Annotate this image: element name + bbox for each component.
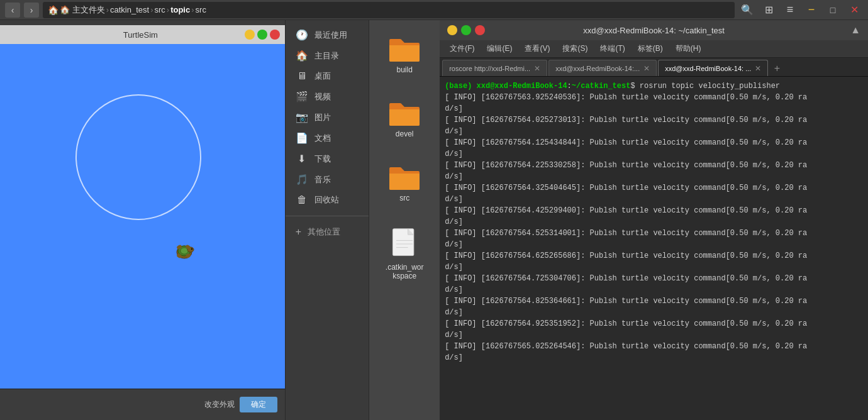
tab-close-1[interactable]: ✕	[643, 64, 650, 73]
music-icon: 🎵	[296, 174, 308, 185]
turtle-path-circle	[75, 94, 201, 220]
menu-help[interactable]: 帮助(H)	[670, 42, 706, 55]
terminal-menubar: 文件(F) 编辑(E) 查看(V) 搜索(S) 终端(T) 标签(B) 帮助(H…	[440, 40, 868, 58]
turtlesim-close-button[interactable]	[270, 30, 280, 40]
breadcrumb-sep4: ›	[191, 5, 194, 14]
log-line-5: d/s]	[445, 148, 863, 160]
sidebar-label-videos: 视频	[314, 91, 331, 102]
menu-view[interactable]: 查看(V)	[520, 42, 555, 55]
sidebar-item-videos[interactable]: 🎬 视频	[286, 87, 369, 106]
svg-point-2	[181, 248, 188, 254]
terminal-tab-0[interactable]: roscore http://xxd-Redmi... ✕	[442, 60, 547, 76]
turtlesim-confirm-button[interactable]: 确定	[240, 397, 277, 412]
file-item-catkin-workspace[interactable]: .catkin_workspace	[379, 223, 430, 285]
breadcrumb-topic[interactable]: topic	[170, 5, 190, 14]
window-close-button[interactable]: ✕	[845, 1, 863, 19]
sidebar-item-trash[interactable]: 🗑 回收站	[286, 191, 369, 209]
log-line-8: [ INFO] [1626767564.325404645]: Publsh t…	[445, 182, 863, 194]
log-line-0: [ INFO] [1626767563.925240536]: Publsh t…	[445, 92, 863, 103]
breadcrumb-src2[interactable]: src	[196, 5, 206, 14]
sidebar-item-home[interactable]: 🏠 主目录	[286, 46, 369, 65]
sidebar-label-music: 音乐	[314, 174, 331, 185]
turtlesim-title: TurtleSim	[36, 30, 245, 40]
menu-search[interactable]: 搜索(S)	[557, 42, 593, 55]
log-line-4: [ INFO] [1626767564.125434844]: Publsh t…	[445, 137, 863, 148]
nav-back-button[interactable]: ‹	[5, 3, 20, 18]
terminal-close-button[interactable]	[475, 25, 485, 35]
tab-close-0[interactable]: ✕	[534, 64, 540, 73]
log-line-18: [ INFO] [1626767564.825364661]: Publsh t…	[445, 296, 863, 307]
trash-icon: 🗑	[296, 194, 308, 206]
file-item-src[interactable]: src	[379, 158, 430, 207]
tab-label-2: xxd@xxd-RedmiBook-14: ...	[665, 65, 751, 72]
sidebar-item-music[interactable]: 🎵 音乐	[286, 170, 369, 189]
window-maximize-button[interactable]: □	[824, 1, 842, 19]
terminal-prompt-line: (base) xxd@xxd-RedmiBook-14:~/catkin_tes…	[445, 80, 863, 92]
terminal-body[interactable]: (base) xxd@xxd-RedmiBook-14:~/catkin_tes…	[440, 77, 868, 420]
sidebar-label-other: 其他位置	[308, 226, 340, 238]
log-line-12: [ INFO] [1626767564.525314001]: Publsh t…	[445, 228, 863, 239]
home-folder-icon: 🏠	[296, 50, 308, 62]
terminal-tabs: roscore http://xxd-Redmi... ✕ xxd@xxd-Re…	[440, 58, 868, 77]
file-icon-catkin	[389, 228, 420, 260]
turtlesim-label: 改变外观	[204, 399, 235, 410]
menu-edit[interactable]: 编辑(E)	[482, 42, 517, 55]
terminal-titlebar: xxd@xxd-RedmiBook-14: ~/catkin_test ▲	[440, 20, 868, 40]
terminal-maximize-button[interactable]	[461, 25, 471, 35]
search-button[interactable]: 🔍	[738, 1, 756, 19]
fm-topbar: ‹ › 🏠 🏠 主文件夹 › catkin_test › src › topic…	[0, 0, 868, 20]
sidebar-item-recent[interactable]: 🕐 最近使用	[286, 25, 369, 45]
log-line-6: [ INFO] [1626767564.225330258]: Publsh t…	[445, 160, 863, 171]
file-item-devel[interactable]: devel	[379, 94, 430, 143]
window-minimize-button[interactable]: −	[803, 1, 820, 19]
turtlesim-window: TurtleSim	[0, 20, 286, 420]
document-icon: 📄	[296, 132, 308, 144]
log-line-14: [ INFO] [1626767564.625265686]: Publsh t…	[445, 250, 863, 262]
tab-close-2[interactable]: ✕	[755, 64, 761, 73]
turtlesim-minimize-button[interactable]	[245, 30, 255, 40]
log-line-21: d/s]	[445, 329, 863, 341]
log-line-13: d/s]	[445, 239, 863, 250]
sidebar-item-downloads[interactable]: ⬇ 下载	[286, 149, 369, 169]
sidebar-item-desktop[interactable]: 🖥 桌面	[286, 67, 369, 86]
terminal-tab-2[interactable]: xxd@xxd-RedmiBook-14: ... ✕	[658, 60, 768, 76]
view-toggle-button[interactable]: ⊞	[760, 1, 777, 19]
sidebar-item-documents[interactable]: 📄 文档	[286, 128, 369, 148]
sidebar-item-pictures[interactable]: 📷 图片	[286, 108, 369, 127]
folder-icon-src	[388, 163, 421, 191]
log-line-7: d/s]	[445, 171, 863, 182]
menu-button[interactable]: ≡	[781, 1, 799, 19]
log-line-20: [ INFO] [1626767564.925351952]: Publsh t…	[445, 318, 863, 329]
folder-icon-devel	[388, 99, 421, 127]
sidebar-item-other-locations[interactable]: + 其他位置	[286, 223, 369, 241]
breadcrumb-sep1: ›	[106, 5, 109, 14]
terminal-title: xxd@xxd-RedmiBook-14: ~/catkin_test	[485, 26, 823, 35]
file-item-build[interactable]: build	[379, 30, 430, 79]
breadcrumb-sep3: ›	[167, 5, 169, 14]
tab-label-1: xxd@xxd-RedmiBook-14:...	[555, 65, 640, 72]
new-tab-button[interactable]: +	[769, 61, 784, 76]
desktop-icon: 🖥	[296, 70, 308, 82]
terminal-tab-1[interactable]: xxd@xxd-RedmiBook-14:... ✕	[548, 60, 657, 76]
turtlesim-canvas	[0, 44, 285, 389]
menu-file[interactable]: 文件(F)	[445, 42, 479, 55]
menu-tabs[interactable]: 标签(B)	[633, 42, 668, 55]
menu-terminal[interactable]: 终端(T)	[595, 42, 630, 55]
breadcrumb-catkin[interactable]: catkin_test	[110, 5, 149, 14]
picture-icon: 📷	[296, 111, 308, 123]
filename-src: src	[399, 194, 409, 202]
log-line-19: d/s]	[445, 307, 863, 318]
nav-forward-button[interactable]: ›	[24, 3, 39, 18]
terminal-colon: :	[567, 82, 572, 91]
log-line-9: d/s]	[445, 194, 863, 205]
log-line-2: [ INFO] [1626767564.025273013]: Publsh t…	[445, 114, 863, 126]
breadcrumb-src1[interactable]: src	[154, 5, 165, 14]
turtlesim-maximize-button[interactable]	[257, 30, 267, 40]
terminal-minimize-button[interactable]	[447, 25, 457, 35]
add-icon: +	[296, 226, 301, 238]
breadcrumb-home[interactable]: 🏠 主文件夹	[60, 4, 105, 16]
log-line-11: d/s]	[445, 216, 863, 228]
log-line-23: d/s]	[445, 352, 863, 363]
terminal-path: ~/catkin_test	[572, 82, 631, 91]
terminal-scroll-up-button[interactable]: ▲	[850, 25, 860, 36]
